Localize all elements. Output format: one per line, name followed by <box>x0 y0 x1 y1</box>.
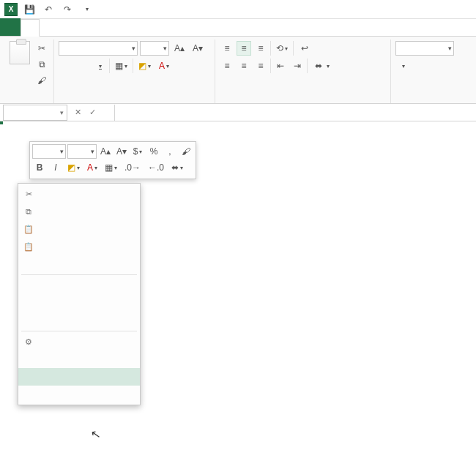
font-color-button[interactable]: A <box>156 59 172 73</box>
font-family-combo[interactable] <box>59 41 138 56</box>
align-top-button[interactable]: ≡ <box>220 41 234 56</box>
paste-icon: 📋 <box>23 241 34 252</box>
decrease-indent-button[interactable]: ⇤ <box>273 59 288 73</box>
mini-font-family[interactable] <box>32 144 66 159</box>
group-label-number <box>395 100 469 102</box>
ctx-insert[interactable] <box>18 277 140 294</box>
clipboard-icon: 📋 <box>23 223 34 235</box>
excel-icon: X <box>4 3 18 16</box>
cancel-formula-button[interactable]: ✕ <box>70 108 85 117</box>
percent-button[interactable] <box>412 59 427 73</box>
mini-toolbar: A▴ A▾ $ % , 🖌 B I ◩ A ▦ .0→ ←.0 ⬌ <box>29 141 196 179</box>
group-clipboard: ✂ ⧉ 🖌 <box>3 40 54 103</box>
clipboard-icon <box>10 41 30 64</box>
group-alignment: ≡ ≡ ≡ ⟲ ↩ ≡ ≡ ≡ ⇤ ⇥ ⬌ <box>215 40 391 103</box>
quick-access-toolbar: 💾 ↶ ↷ <box>22 3 94 16</box>
formula-input[interactable] <box>114 105 476 121</box>
group-label-alignment <box>220 100 386 102</box>
mini-dec-decimal[interactable]: ←.0 <box>145 160 167 175</box>
ctx-hide[interactable] <box>18 368 140 386</box>
ribbon-tabs <box>0 19 476 37</box>
group-label-font <box>59 100 210 102</box>
align-left-button[interactable]: ≡ <box>220 59 234 73</box>
mini-comma[interactable]: , <box>163 144 177 159</box>
format-painter-button[interactable]: 🖌 <box>34 73 49 88</box>
context-menu: ✂ ⧉ 📋 📋 ⚙ <box>18 183 141 405</box>
tab-insert[interactable] <box>40 18 57 36</box>
mini-merge[interactable]: ⬌ <box>168 160 186 175</box>
selection-outline <box>0 121 3 124</box>
copy-icon: ⧉ <box>23 206 34 217</box>
wrap-text-button[interactable]: ↩ <box>296 41 316 56</box>
copy-button[interactable]: ⧉ <box>34 57 49 72</box>
cut-button[interactable]: ✂ <box>34 41 49 56</box>
paste-button[interactable] <box>7 41 31 66</box>
mini-italic[interactable]: I <box>48 160 63 175</box>
name-box[interactable] <box>3 105 67 121</box>
mini-borders[interactable]: ▦ <box>102 160 120 175</box>
italic-button[interactable] <box>75 59 90 73</box>
formula-bar: ✕ ✓ <box>0 104 476 121</box>
redo-button[interactable]: ↷ <box>60 3 75 16</box>
mini-decrease-font[interactable]: A▾ <box>114 144 129 159</box>
bold-button[interactable] <box>59 59 73 73</box>
currency-button[interactable] <box>395 59 410 73</box>
save-button[interactable]: 💾 <box>22 3 37 16</box>
decrease-font-button[interactable]: A▾ <box>190 41 206 56</box>
mini-inc-decimal[interactable]: .0→ <box>122 160 144 175</box>
ctx-copy[interactable]: ⧉ <box>18 203 140 220</box>
align-center-button[interactable]: ≡ <box>237 59 251 73</box>
ctx-unhide[interactable] <box>18 386 140 403</box>
number-format-combo[interactable] <box>395 41 454 56</box>
tab-review[interactable] <box>110 18 127 36</box>
scissors-icon: ✂ <box>23 188 34 200</box>
increase-indent-button[interactable]: ⇥ <box>290 59 305 73</box>
format-icon: ⚙ <box>23 336 34 348</box>
tab-home[interactable] <box>21 19 40 37</box>
mini-currency[interactable]: $ <box>130 144 145 159</box>
align-middle-button[interactable]: ≡ <box>237 41 251 56</box>
borders-button[interactable]: ▦ <box>112 59 130 73</box>
fill-color-button[interactable]: ◩ <box>135 59 154 73</box>
align-right-button[interactable]: ≡ <box>253 59 268 73</box>
undo-button[interactable]: ↶ <box>41 3 56 16</box>
tab-view[interactable] <box>127 18 145 36</box>
ctx-clear-contents[interactable] <box>18 312 140 329</box>
ribbon: ✂ ⧉ 🖌 A▴ A▾ ▦ ◩ A <box>0 37 476 104</box>
mini-percent[interactable]: % <box>146 144 161 159</box>
mini-bold[interactable]: B <box>32 160 47 175</box>
mini-format-painter[interactable]: 🖌 <box>179 144 193 159</box>
mini-font-size[interactable] <box>67 144 97 159</box>
group-number <box>391 40 473 103</box>
tab-file[interactable] <box>0 18 21 36</box>
ctx-format-cells[interactable]: ⚙ <box>18 333 140 350</box>
ctx-paste-options: 📋 <box>18 220 140 238</box>
mini-font-color[interactable]: A <box>84 160 100 175</box>
tab-data[interactable] <box>92 18 110 36</box>
mini-increase-font[interactable]: A▴ <box>98 144 113 159</box>
font-size-combo[interactable] <box>140 41 169 56</box>
group-font: A▴ A▾ ▦ ◩ A <box>54 40 215 103</box>
orientation-button[interactable]: ⟲ <box>273 41 291 56</box>
titlebar: X 💾 ↶ ↷ <box>0 0 476 19</box>
mini-fill-color[interactable]: ◩ <box>64 160 83 175</box>
comma-button[interactable] <box>429 59 444 73</box>
ctx-paste-special <box>18 255 140 273</box>
align-bottom-button[interactable]: ≡ <box>253 41 268 56</box>
merge-center-button[interactable]: ⬌ <box>310 59 335 73</box>
ctx-cut[interactable]: ✂ <box>18 185 140 203</box>
ctx-row-height[interactable] <box>18 350 140 368</box>
ctx-paste-default: 📋 <box>18 238 140 255</box>
underline-button[interactable] <box>92 59 107 73</box>
ctx-delete[interactable] <box>18 294 140 312</box>
increase-font-button[interactable]: A▴ <box>171 41 187 56</box>
tab-formulas[interactable] <box>75 18 92 36</box>
tab-page-layout[interactable] <box>57 18 75 36</box>
qat-customize-button[interactable] <box>79 3 94 16</box>
enter-formula-button[interactable]: ✓ <box>85 108 100 117</box>
group-label-clipboard <box>7 100 49 102</box>
